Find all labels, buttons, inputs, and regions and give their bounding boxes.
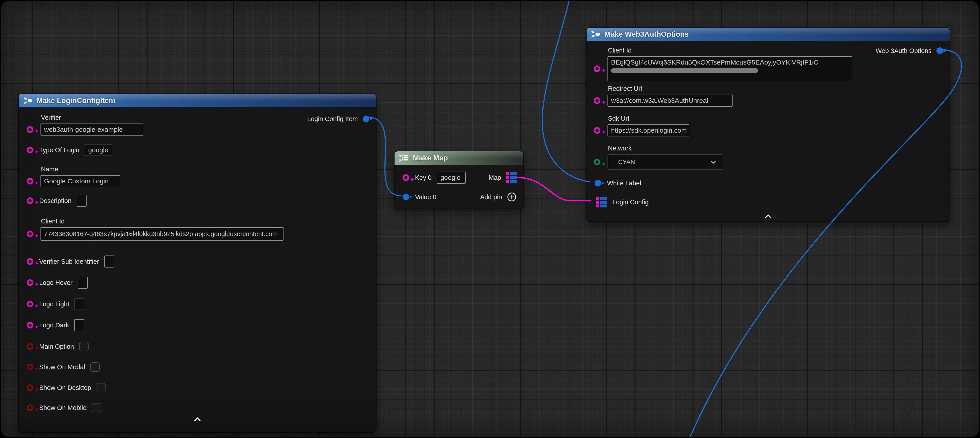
logo-dark-field[interactable] <box>74 319 84 331</box>
white-label-row: White Label <box>587 177 641 189</box>
output-pin-login-config-item[interactable] <box>363 116 369 122</box>
input-pin-redirect-url[interactable] <box>594 97 600 104</box>
node-header-make-map[interactable]: Make Map <box>395 151 523 165</box>
network-dropdown[interactable]: CYAN <box>608 154 723 170</box>
show-on-desktop-checkbox[interactable] <box>97 383 106 392</box>
make-struct-icon <box>23 96 32 105</box>
network-group: Network CYAN <box>594 145 723 170</box>
show-on-modal-checkbox[interactable] <box>90 362 100 372</box>
main-option-checkbox[interactable] <box>79 342 89 351</box>
type-of-login-field[interactable]: google <box>85 144 112 156</box>
verifier-group: Verifier web3auth-google-example <box>27 114 143 135</box>
show-on-mobile-row: Show On Mobile <box>19 402 101 414</box>
value0-row: Value 0 <box>395 191 436 203</box>
client-id-group: Client Id BEglQSgt4cUWcj6SKRdu5QkOXTsePm… <box>594 47 852 81</box>
logo-hover-label: Logo Hover <box>39 279 73 287</box>
input-pin-client-id[interactable] <box>594 65 600 72</box>
key0-row: Key 0 google <box>395 172 466 183</box>
add-pin-icon[interactable] <box>507 192 517 202</box>
logo-light-row: Logo Light <box>19 298 84 310</box>
name-label: Name <box>41 166 120 173</box>
input-pin-key0[interactable] <box>402 174 409 181</box>
white-label-label: White Label <box>607 180 641 187</box>
input-pin-name[interactable] <box>27 178 33 185</box>
main-option-label: Main Option <box>39 343 74 350</box>
node-make-web3authoptions[interactable]: Make Web3AuthOptions Web 3Auth Options C… <box>587 28 950 221</box>
input-pin-show-on-desktop[interactable] <box>27 384 33 391</box>
logo-light-label: Logo Light <box>39 301 69 308</box>
client-id-label: Client Id <box>608 47 852 54</box>
input-pin-value0[interactable] <box>402 194 409 200</box>
node-header-make-web3authoptions[interactable]: Make Web3AuthOptions <box>587 28 950 41</box>
input-pin-type-of-login[interactable] <box>27 147 33 153</box>
value0-label: Value 0 <box>415 193 436 201</box>
map-output-row: Map <box>488 172 523 183</box>
client-id-scrollbar[interactable] <box>611 68 758 73</box>
show-on-desktop-row: Show On Desktop <box>19 382 106 393</box>
input-pin-description[interactable] <box>27 197 33 204</box>
client-id-label: Client Id <box>41 218 283 225</box>
map-output-pin[interactable] <box>506 172 517 183</box>
output-row-web3auth-options: Web 3Auth Options <box>876 45 950 57</box>
verifier-label: Verifier <box>41 114 143 121</box>
add-pin-row[interactable]: Add pin <box>480 191 523 203</box>
input-pin-show-on-mobile[interactable] <box>27 405 33 411</box>
node-make-map[interactable]: Make Map Key 0 google Map Value 0 Add pi… <box>395 151 523 209</box>
make-map-icon <box>399 153 409 163</box>
show-on-desktop-label: Show On Desktop <box>39 384 91 392</box>
input-pin-logo-dark[interactable] <box>27 322 33 328</box>
logo-dark-row: Logo Dark <box>19 319 84 331</box>
input-pin-white-label[interactable] <box>595 180 601 186</box>
verifier-sub-identifier-label: Verifier Sub Identifier <box>39 258 99 265</box>
blueprint-graph-canvas[interactable]: Make LoginConfigItem Login Config Item V… <box>2 2 978 436</box>
node-header-make-loginconfigitem[interactable]: Make LoginConfigItem <box>19 94 376 108</box>
input-pin-verifier[interactable] <box>27 126 33 133</box>
collapse-node-chevron-icon[interactable] <box>764 213 773 219</box>
client-id-field[interactable]: 774338308167-q463s7kpvja16l4l0kko3nb925i… <box>40 227 283 241</box>
redirect-url-field[interactable]: w3a://com.w3a.Web3AuthUnreal <box>608 95 733 107</box>
show-on-modal-label: Show On Modal <box>39 363 85 371</box>
client-id-group: Client Id 774338308167-q463s7kpvja16l4l0… <box>27 218 283 241</box>
input-pin-logo-hover[interactable] <box>27 279 33 286</box>
sdk-url-label: Sdk Url <box>608 115 689 122</box>
wire-map-to-login-config[interactable] <box>516 177 590 201</box>
logo-hover-field[interactable] <box>78 277 88 289</box>
network-label: Network <box>608 145 723 152</box>
verifier-sub-identifier-field[interactable] <box>104 255 114 268</box>
input-pin-client-id[interactable] <box>27 231 33 237</box>
client-id-text: BEglQSgt4cUWcj6SKRdu5QkOXTsePmMcusG5EAoy… <box>611 59 849 66</box>
wire-offscreen-to-white-label[interactable] <box>542 2 589 182</box>
logo-hover-row: Logo Hover <box>19 277 88 288</box>
login-config-label: Login Config <box>612 199 649 206</box>
node-title: Make LoginConfigItem <box>37 96 115 105</box>
output-pin-label: Web 3Auth Options <box>876 47 931 54</box>
node-make-loginconfigitem[interactable]: Make LoginConfigItem Login Config Item V… <box>19 94 376 432</box>
output-row-login-config-item: Login Config Item <box>307 113 376 125</box>
node-title: Make Web3AuthOptions <box>605 30 689 38</box>
name-field[interactable]: Google Custom Login <box>40 175 120 187</box>
description-field[interactable] <box>77 195 87 207</box>
show-on-mobile-checkbox[interactable] <box>92 403 101 413</box>
add-pin-label: Add pin <box>480 193 502 201</box>
input-pin-sdk-url[interactable] <box>594 127 600 134</box>
input-pin-main-option[interactable] <box>27 343 33 350</box>
show-on-modal-row: Show On Modal <box>19 361 100 373</box>
logo-light-field[interactable] <box>75 298 84 310</box>
map-output-label: Map <box>488 174 501 182</box>
input-pin-show-on-modal[interactable] <box>27 364 33 370</box>
sdk-url-field[interactable]: https://sdk.openlogin.com <box>608 124 689 137</box>
collapse-node-chevron-icon[interactable] <box>193 417 202 422</box>
key0-field[interactable]: google <box>437 172 466 184</box>
input-pin-network[interactable] <box>594 159 600 166</box>
input-pin-verifier-sub-identifier[interactable] <box>27 258 33 265</box>
client-id-field[interactable]: BEglQSgt4cUWcj6SKRdu5QkOXTsePmMcusG5EAoy… <box>608 56 852 81</box>
logo-dark-label: Logo Dark <box>39 322 69 329</box>
input-pin-login-config[interactable] <box>596 197 606 207</box>
verifier-field[interactable]: web3auth-google-example <box>40 124 143 135</box>
sdk-url-group: Sdk Url https://sdk.openlogin.com <box>594 115 689 137</box>
input-pin-logo-light[interactable] <box>27 301 33 307</box>
type-of-login-row: Type Of Login google <box>19 144 112 156</box>
redirect-url-label: Redirect Url <box>608 85 733 92</box>
network-selected-value: CYAN <box>618 158 635 166</box>
output-pin-web3auth-options[interactable] <box>936 48 943 54</box>
